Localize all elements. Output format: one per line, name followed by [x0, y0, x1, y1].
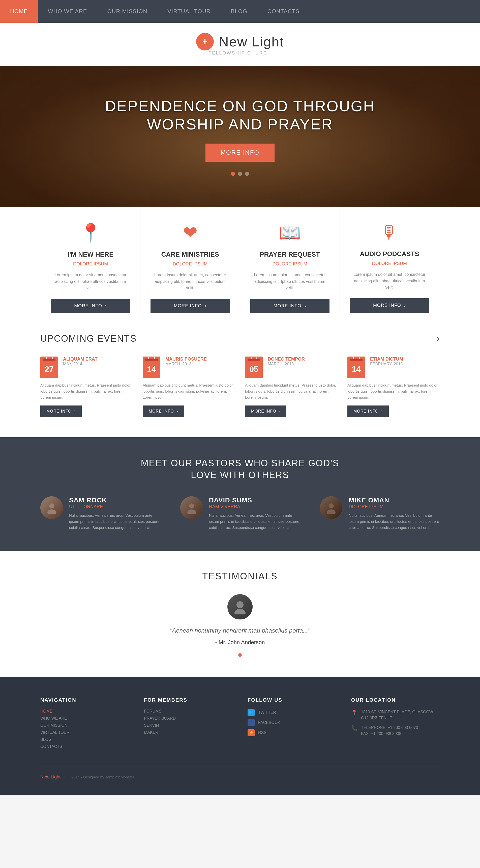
footer-nav-link-3[interactable]: VIRTUAL TOUR [40, 730, 129, 735]
feature-desc-3: Lorem ipsum dolor sit amet, consectetur … [350, 271, 429, 291]
event-card-3: 14 ETIAM DICTUM FEBRUARY, 2013 Aliquam d… [347, 356, 440, 417]
event-date-row-0: 27 ALIQUAM ERAT MAY, 2014 [40, 356, 133, 378]
footer-members-link-3[interactable]: MAKER [144, 730, 233, 735]
footer-social-row-1[interactable]: f FACEBOOK [247, 719, 336, 726]
footer-nav-link-5[interactable]: CONTACTS [40, 744, 129, 749]
feature-card-2: 📖 PRAYER REQUEST DOLORE IPSUM Lorem ipsu… [240, 207, 340, 313]
pastor-desc-0: Nulla faucibus. Aenean nec arcu. Vestibu… [69, 513, 160, 531]
pastor-role-2: DOLORE IPSUM [349, 504, 440, 509]
social-icon-2: ⚡ [247, 729, 254, 736]
hero-dot-1[interactable] [231, 172, 235, 176]
event-title-block-2: DONEC TEMPOR MARCH, 2013 [268, 356, 337, 366]
footer-address-row: 📍 1810 ST. VINCENT PLACE, GLASGOW G12 0R… [351, 709, 440, 721]
hero-dot-2[interactable] [238, 172, 242, 176]
pastor-card-2: MIKE OMAN DOLORE IPSUM Nulla faucibus. A… [320, 496, 440, 531]
event-name-0: ALIQUAM ERAT [63, 356, 133, 362]
event-name-3: ETIAM DICTUM [370, 356, 440, 362]
footer-members-title: FOR MEMBERS [144, 697, 233, 703]
nav-item-home[interactable]: HOME [0, 0, 38, 23]
feature-card-1: ❤ CARE MINISTRIES DOLORE IPSUM Lorem ips… [140, 207, 240, 313]
footer-nav-link-4[interactable]: BLOG [40, 737, 129, 742]
event-btn-arrow-2: › [279, 409, 280, 413]
event-btn-0[interactable]: MORE INFO › [40, 405, 82, 417]
svg-point-2 [189, 503, 194, 508]
footer-social-link-2[interactable]: RSS [258, 731, 267, 735]
nav-item-mission[interactable]: OUR MISSION [97, 0, 157, 23]
testimonial-dot[interactable] [238, 653, 242, 657]
feature-btn-arrow-2: › [305, 303, 306, 309]
feature-icon-3: 🎙 [350, 222, 429, 243]
footer-address: 1810 ST. VINCENT PLACE, GLASGOW G12 0RZ … [361, 709, 440, 721]
footer-members-link-1[interactable]: PRAYER BOARD [144, 716, 233, 721]
footer: NAVIGATION HOMEWHO WE AREOUR MISSIONVIRT… [0, 677, 480, 795]
event-btn-2[interactable]: MORE INFO › [245, 405, 286, 417]
feature-btn-2[interactable]: MORE INFO › [250, 299, 330, 313]
nav-item-contacts[interactable]: CONTACTS [258, 0, 310, 23]
pastor-card-0: SAM ROCK UT UT ORNARE Nulla faucibus. Ae… [40, 496, 160, 531]
footer-phone-row: 📞 TELEPHONE: +1 200 603 6070 FAX: +1 200… [351, 725, 440, 737]
event-card-0: 27 ALIQUAM ERAT MAY, 2014 Aliquam dapibu… [40, 356, 133, 417]
event-month-0: MAY, 2014 [63, 362, 133, 366]
footer-nav-link-1[interactable]: WHO WE ARE [40, 716, 129, 721]
footer-nav-title: NAVIGATION [40, 697, 129, 703]
feature-subtitle-3: DOLORE IPSUM [350, 261, 429, 266]
event-card-2: 05 DONEC TEMPOR MARCH, 2013 Aliquam dapi… [245, 356, 337, 417]
nav-item-who[interactable]: WHO WE ARE [38, 0, 97, 23]
event-day-3: 14 [347, 361, 365, 378]
svg-point-4 [329, 503, 334, 508]
pastor-desc-1: Nulla faucibus. Aenean nec arcu. Vestibu… [209, 513, 300, 531]
nav-item-tour[interactable]: VIRTUAL TOUR [157, 0, 220, 23]
pastor-name-2: MIKE OMAN [349, 496, 440, 504]
footer-social-row-0[interactable]: 🐦 TWITTER [247, 709, 336, 716]
features-section: 📍 I'M NEW HERE DOLORE IPSUM Lorem ipsum … [0, 207, 480, 313]
feature-btn-1[interactable]: MORE INFO › [150, 299, 230, 313]
footer-members-link-2[interactable]: SERVIN [144, 723, 233, 728]
footer-grid: NAVIGATION HOMEWHO WE AREOUR MISSIONVIRT… [40, 697, 440, 751]
nav-item-blog[interactable]: BLOG [221, 0, 258, 23]
event-title-block-3: ETIAM DICTUM FEBRUARY, 2013 [370, 356, 440, 366]
feature-desc-0: Lorem ipsum dolor sit amet, consectetur … [51, 272, 130, 291]
events-next-arrow[interactable]: › [437, 333, 440, 344]
footer-location-col: OUR LOCATION 📍 1810 ST. VINCENT PLACE, G… [351, 697, 440, 751]
event-day-2: 05 [245, 361, 263, 378]
pastor-info-2: MIKE OMAN DOLORE IPSUM Nulla faucibus. A… [349, 496, 440, 531]
testimonial-avatar [228, 594, 252, 619]
footer-brand[interactable]: New Light → [40, 774, 66, 780]
feature-btn-0[interactable]: MORE INFO › [51, 299, 130, 313]
phone-icon: 📞 [351, 725, 357, 731]
social-icon-1: f [247, 719, 254, 726]
footer-social-row-2[interactable]: ⚡ RSS [247, 729, 336, 736]
social-icon-0: 🐦 [247, 709, 254, 716]
svg-point-3 [187, 509, 196, 514]
events-header: UPCOMING EVENTS › [40, 333, 440, 344]
hero-more-info-button[interactable]: MORE INFO [205, 144, 275, 162]
svg-point-1 [47, 509, 56, 514]
logo-bar: + New Light FELLOWSHIP CHURCH [0, 23, 480, 66]
event-month-1: MARCH, 2013 [165, 362, 235, 366]
pastor-desc-2: Nulla faucibus. Aenean nec arcu. Vestibu… [349, 513, 440, 531]
footer-telephone: TELEPHONE: +1 200 603 6070 [361, 725, 418, 731]
event-card-1: 14 MAURIS POSUERE MARCH, 2013 Aliquam da… [143, 356, 235, 417]
event-desc-3: Aliquam dapibus tincidunt metus. Praesen… [347, 382, 440, 400]
feature-icon-1: ❤ [150, 222, 230, 243]
pastors-title: MEET OUR PASTORS WHO SHARE GOD'S LOVE WI… [40, 458, 440, 481]
feature-subtitle-1: DOLORE IPSUM [150, 261, 230, 267]
hero-dot-3[interactable] [245, 172, 249, 176]
feature-desc-2: Lorem ipsum dolor sit amet, consectetur … [250, 272, 330, 291]
pastor-name-1: DAVID SUMS [209, 496, 300, 504]
footer-nav-link-2[interactable]: OUR MISSION [40, 723, 129, 728]
footer-social-link-0[interactable]: TWITTER [258, 710, 276, 715]
footer-social-link-1[interactable]: FACEBOOK [258, 720, 280, 725]
footer-bottom: New Light → 2014 • Designed by TemplateM… [40, 767, 440, 780]
pastor-card-1: DAVID SUMS NAM VIVERRA Nulla faucibus. A… [180, 496, 300, 531]
footer-nav-link-0[interactable]: HOME [40, 709, 129, 714]
event-btn-3[interactable]: MORE INFO › [347, 405, 389, 417]
logo-icon: + [196, 33, 214, 51]
event-desc-0: Aliquam dapibus tincidunt metus. Praesen… [40, 382, 133, 400]
feature-btn-3[interactable]: MORE INFO › [350, 298, 429, 313]
footer-members-link-0[interactable]: FORUMS [144, 709, 233, 714]
footer-nav-col: NAVIGATION HOMEWHO WE AREOUR MISSIONVIRT… [40, 697, 129, 751]
event-btn-1[interactable]: MORE INFO › [143, 405, 184, 417]
event-desc-1: Aliquam dapibus tincidunt metus. Praesen… [143, 382, 235, 400]
pastor-role-0: UT UT ORNARE [69, 504, 160, 509]
